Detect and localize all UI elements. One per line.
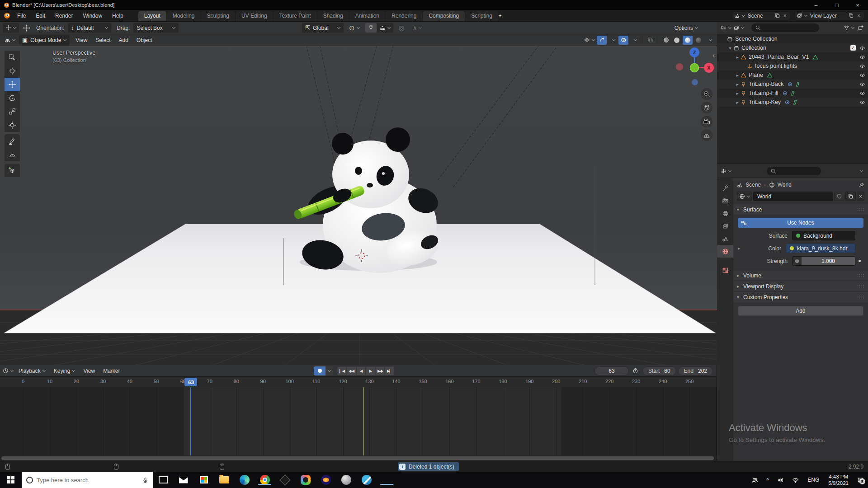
object-name[interactable]: Scene Collection xyxy=(735,36,778,42)
visibility-dropdown[interactable] xyxy=(583,36,596,45)
tool-transform[interactable] xyxy=(5,118,20,132)
xray-toggle[interactable] xyxy=(645,36,655,45)
fake-user-shield-button[interactable] xyxy=(834,192,844,201)
animate-decorator-dot[interactable] xyxy=(859,260,861,262)
3d-viewport-canvas[interactable]: Z X xyxy=(0,46,717,365)
transform-orientation-dropdown[interactable]: ⇱Global xyxy=(302,23,344,33)
timeline-hscrollbar[interactable] xyxy=(0,455,717,461)
workspace-tab[interactable]: Shading xyxy=(317,11,349,21)
notification-center-icon[interactable]: 5 xyxy=(853,477,868,483)
breadcrumb-world[interactable]: World xyxy=(769,182,792,188)
editor-type-dropdown[interactable] xyxy=(2,35,18,45)
remove-view-layer-icon[interactable]: × xyxy=(855,13,862,19)
shading-dropdown[interactable] xyxy=(704,36,714,45)
strength-slider[interactable]: 1.000 xyxy=(792,256,855,266)
unlink-scene-icon[interactable]: × xyxy=(782,13,788,19)
object-name[interactable]: Plane xyxy=(749,72,763,78)
auto-keying-dropdown[interactable] xyxy=(326,366,333,375)
timeline-dopesheet-area[interactable] xyxy=(0,387,717,455)
menubar-item[interactable]: Edit xyxy=(31,10,50,21)
properties-panel-header[interactable]: ▾Custom Properties∷∷ xyxy=(733,291,868,302)
new-scene-icon[interactable] xyxy=(773,13,782,19)
status-report[interactable]: i Deleted 1 object(s) xyxy=(398,462,459,471)
audacity[interactable] xyxy=(316,475,336,485)
expand-arrow[interactable]: ▸ xyxy=(734,91,741,96)
shading-rendered-button[interactable] xyxy=(693,36,703,45)
overlays-toggle[interactable] xyxy=(618,36,628,45)
mail[interactable] xyxy=(173,477,193,483)
maximize-button[interactable]: □ xyxy=(826,0,847,10)
options-dropdown[interactable]: Options xyxy=(675,25,698,31)
properties-panel-header[interactable]: ▸Volume∷∷ xyxy=(733,270,868,281)
hide-eye-icon[interactable] xyxy=(859,45,865,51)
workspace-tab[interactable]: Rendering xyxy=(386,11,422,21)
tool-measure[interactable] xyxy=(5,148,20,161)
timeline-menu-item[interactable]: Marker xyxy=(99,368,124,374)
hide-eye-icon[interactable] xyxy=(859,54,865,60)
color-value-field[interactable]: kiara_9_dusk_8k.hdr xyxy=(786,244,855,253)
outliner-row[interactable]: Scene Collection xyxy=(717,34,868,43)
scrollbar-thumb[interactable] xyxy=(1,456,714,460)
next-keyframe-button[interactable]: ▶◆ xyxy=(375,366,385,375)
world-name-field[interactable]: World xyxy=(753,192,833,201)
language-indicator[interactable]: ENG xyxy=(803,477,824,483)
outliner-row[interactable]: ▸ 20443_Panda_Bear_V1 xyxy=(717,52,868,61)
timeline-menu-item[interactable]: Playback xyxy=(14,368,50,374)
expand-arrow[interactable]: ▸ xyxy=(734,82,741,87)
object-name[interactable]: Collection xyxy=(741,45,766,51)
viewport-menu-item[interactable]: View xyxy=(71,37,91,43)
store[interactable] xyxy=(193,476,214,483)
hide-eye-icon[interactable] xyxy=(859,63,865,69)
scene-selector[interactable]: Scene × xyxy=(732,11,791,20)
proportional-falloff-dropdown[interactable]: ∧ xyxy=(410,23,425,33)
use-nodes-button[interactable]: Use Nodes xyxy=(738,218,863,228)
taskbar-clock[interactable]: 4:43 PM 5/9/2021 xyxy=(824,474,853,487)
menubar-item[interactable]: File xyxy=(12,10,31,21)
playhead-line[interactable] xyxy=(190,387,191,455)
close-button[interactable]: × xyxy=(847,0,868,10)
breadcrumb-scene[interactable]: Scene xyxy=(737,182,761,188)
gizmo-neg-x-axis[interactable] xyxy=(676,63,683,70)
properties-search-input[interactable] xyxy=(767,167,821,175)
workspace-tab[interactable]: Animation xyxy=(349,11,385,21)
timeline-menu-item[interactable]: Keying xyxy=(50,368,80,374)
pivot-point-dropdown[interactable]: ⊙ xyxy=(346,23,363,33)
workspace-tab[interactable]: Sculpting xyxy=(201,11,235,21)
previous-keyframe-button[interactable]: ◆◀ xyxy=(347,366,356,375)
overlays-dropdown[interactable] xyxy=(629,36,639,45)
blender-menu-icon[interactable] xyxy=(4,12,10,19)
show-hidden-icons-chevron[interactable]: ^ xyxy=(762,477,773,483)
tool-add-cube[interactable] xyxy=(5,164,20,177)
outliner-row[interactable]: focus point lights xyxy=(717,61,868,70)
viewport-menu-item[interactable]: Add xyxy=(115,37,132,43)
workspace-tab[interactable]: Compositing xyxy=(423,11,465,21)
3d-viewport[interactable]: Z X User Perspective (63) Collection xyxy=(0,46,717,365)
new-collection-button[interactable] xyxy=(855,23,865,33)
frame-start-field[interactable]: Start60 xyxy=(642,366,676,375)
outliner-search-input[interactable] xyxy=(751,23,819,32)
duplicate-world-button[interactable] xyxy=(845,192,856,201)
task-view[interactable] xyxy=(153,476,173,483)
volume-icon[interactable] xyxy=(773,477,788,483)
current-frame-badge[interactable]: 63 xyxy=(184,378,197,386)
properties-tab-render[interactable] xyxy=(717,194,733,207)
pin-icon[interactable] xyxy=(859,182,864,188)
snap-toggle[interactable] xyxy=(365,23,377,33)
auto-keying-button[interactable] xyxy=(314,366,326,375)
menubar-item[interactable]: Render xyxy=(50,10,78,21)
gimp[interactable] xyxy=(336,475,356,485)
tool-annotate[interactable] xyxy=(5,134,20,148)
properties-options-dropdown[interactable] xyxy=(855,167,865,176)
object-name[interactable]: TriLamp-Back xyxy=(749,81,783,87)
orientation-dropdown[interactable]: ↕Default xyxy=(68,23,111,33)
workspace-tab[interactable]: Modeling xyxy=(167,11,201,21)
properties-tab-tool[interactable] xyxy=(717,182,733,194)
menubar-item[interactable]: Help xyxy=(107,10,128,21)
current-frame-field[interactable]: 63 xyxy=(594,366,629,375)
snap-target-dropdown[interactable] xyxy=(377,23,393,33)
outliner-filter-dropdown[interactable] xyxy=(843,23,855,33)
object-name[interactable]: focus point lights xyxy=(755,63,797,69)
add-custom-property-button[interactable]: Add xyxy=(738,306,863,316)
hide-eye-icon[interactable] xyxy=(859,72,865,78)
properties-tab-scene[interactable] xyxy=(717,232,733,245)
